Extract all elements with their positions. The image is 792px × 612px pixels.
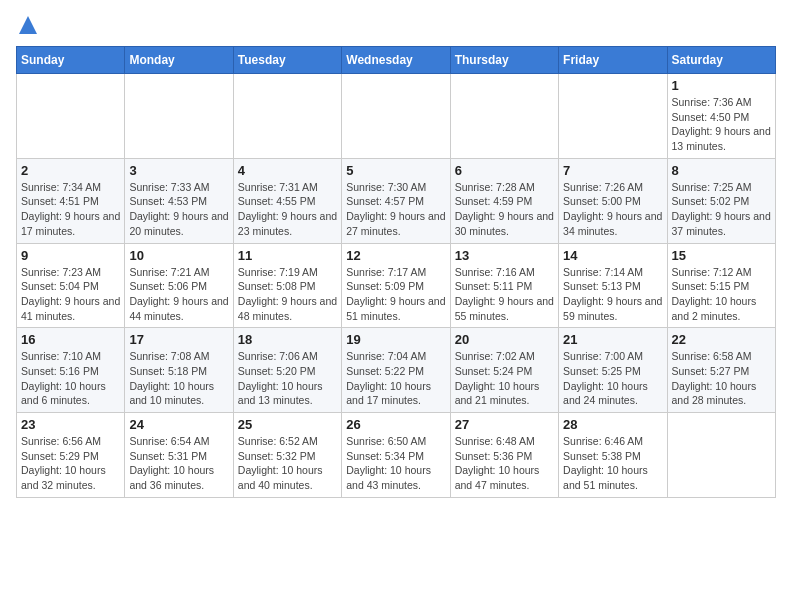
calendar-cell: 21Sunrise: 7:00 AM Sunset: 5:25 PM Dayli… <box>559 328 667 413</box>
day-info: Sunrise: 7:25 AM Sunset: 5:02 PM Dayligh… <box>672 180 771 239</box>
calendar-cell <box>667 413 775 498</box>
calendar-cell: 24Sunrise: 6:54 AM Sunset: 5:31 PM Dayli… <box>125 413 233 498</box>
calendar-cell: 5Sunrise: 7:30 AM Sunset: 4:57 PM Daylig… <box>342 158 450 243</box>
day-info: Sunrise: 7:34 AM Sunset: 4:51 PM Dayligh… <box>21 180 120 239</box>
day-info: Sunrise: 7:00 AM Sunset: 5:25 PM Dayligh… <box>563 349 662 408</box>
day-info: Sunrise: 7:21 AM Sunset: 5:06 PM Dayligh… <box>129 265 228 324</box>
day-number: 16 <box>21 332 120 347</box>
logo <box>16 16 37 34</box>
page-header <box>16 16 776 34</box>
calendar-cell: 26Sunrise: 6:50 AM Sunset: 5:34 PM Dayli… <box>342 413 450 498</box>
calendar-cell: 28Sunrise: 6:46 AM Sunset: 5:38 PM Dayli… <box>559 413 667 498</box>
day-info: Sunrise: 6:56 AM Sunset: 5:29 PM Dayligh… <box>21 434 120 493</box>
day-info: Sunrise: 7:26 AM Sunset: 5:00 PM Dayligh… <box>563 180 662 239</box>
calendar-header-monday: Monday <box>125 47 233 74</box>
calendar-cell: 17Sunrise: 7:08 AM Sunset: 5:18 PM Dayli… <box>125 328 233 413</box>
calendar-body: 1Sunrise: 7:36 AM Sunset: 4:50 PM Daylig… <box>17 74 776 498</box>
day-info: Sunrise: 7:31 AM Sunset: 4:55 PM Dayligh… <box>238 180 337 239</box>
day-info: Sunrise: 6:46 AM Sunset: 5:38 PM Dayligh… <box>563 434 662 493</box>
day-number: 2 <box>21 163 120 178</box>
day-number: 11 <box>238 248 337 263</box>
day-number: 17 <box>129 332 228 347</box>
day-info: Sunrise: 6:50 AM Sunset: 5:34 PM Dayligh… <box>346 434 445 493</box>
calendar-header-tuesday: Tuesday <box>233 47 341 74</box>
calendar-header-row: SundayMondayTuesdayWednesdayThursdayFrid… <box>17 47 776 74</box>
calendar-header-sunday: Sunday <box>17 47 125 74</box>
day-number: 1 <box>672 78 771 93</box>
day-number: 15 <box>672 248 771 263</box>
day-info: Sunrise: 7:17 AM Sunset: 5:09 PM Dayligh… <box>346 265 445 324</box>
day-info: Sunrise: 6:52 AM Sunset: 5:32 PM Dayligh… <box>238 434 337 493</box>
day-number: 4 <box>238 163 337 178</box>
day-number: 21 <box>563 332 662 347</box>
day-number: 26 <box>346 417 445 432</box>
day-number: 19 <box>346 332 445 347</box>
calendar-cell: 7Sunrise: 7:26 AM Sunset: 5:00 PM Daylig… <box>559 158 667 243</box>
calendar-cell: 19Sunrise: 7:04 AM Sunset: 5:22 PM Dayli… <box>342 328 450 413</box>
day-info: Sunrise: 7:10 AM Sunset: 5:16 PM Dayligh… <box>21 349 120 408</box>
day-number: 23 <box>21 417 120 432</box>
day-info: Sunrise: 6:48 AM Sunset: 5:36 PM Dayligh… <box>455 434 554 493</box>
day-number: 8 <box>672 163 771 178</box>
day-info: Sunrise: 7:30 AM Sunset: 4:57 PM Dayligh… <box>346 180 445 239</box>
calendar-cell: 8Sunrise: 7:25 AM Sunset: 5:02 PM Daylig… <box>667 158 775 243</box>
calendar-cell: 10Sunrise: 7:21 AM Sunset: 5:06 PM Dayli… <box>125 243 233 328</box>
day-number: 13 <box>455 248 554 263</box>
day-info: Sunrise: 7:14 AM Sunset: 5:13 PM Dayligh… <box>563 265 662 324</box>
calendar-week-2: 2Sunrise: 7:34 AM Sunset: 4:51 PM Daylig… <box>17 158 776 243</box>
day-number: 27 <box>455 417 554 432</box>
day-info: Sunrise: 7:08 AM Sunset: 5:18 PM Dayligh… <box>129 349 228 408</box>
day-info: Sunrise: 7:28 AM Sunset: 4:59 PM Dayligh… <box>455 180 554 239</box>
calendar-cell: 6Sunrise: 7:28 AM Sunset: 4:59 PM Daylig… <box>450 158 558 243</box>
day-info: Sunrise: 7:23 AM Sunset: 5:04 PM Dayligh… <box>21 265 120 324</box>
calendar-cell: 4Sunrise: 7:31 AM Sunset: 4:55 PM Daylig… <box>233 158 341 243</box>
calendar-cell: 22Sunrise: 6:58 AM Sunset: 5:27 PM Dayli… <box>667 328 775 413</box>
day-info: Sunrise: 7:33 AM Sunset: 4:53 PM Dayligh… <box>129 180 228 239</box>
logo-bird-icon <box>19 16 37 34</box>
calendar-cell: 2Sunrise: 7:34 AM Sunset: 4:51 PM Daylig… <box>17 158 125 243</box>
calendar-cell <box>233 74 341 159</box>
calendar-cell: 11Sunrise: 7:19 AM Sunset: 5:08 PM Dayli… <box>233 243 341 328</box>
calendar-cell: 18Sunrise: 7:06 AM Sunset: 5:20 PM Dayli… <box>233 328 341 413</box>
day-number: 14 <box>563 248 662 263</box>
calendar-header-friday: Friday <box>559 47 667 74</box>
calendar-cell <box>450 74 558 159</box>
calendar-cell: 25Sunrise: 6:52 AM Sunset: 5:32 PM Dayli… <box>233 413 341 498</box>
day-number: 7 <box>563 163 662 178</box>
day-number: 12 <box>346 248 445 263</box>
day-number: 25 <box>238 417 337 432</box>
day-info: Sunrise: 7:02 AM Sunset: 5:24 PM Dayligh… <box>455 349 554 408</box>
calendar-table: SundayMondayTuesdayWednesdayThursdayFrid… <box>16 46 776 498</box>
svg-marker-0 <box>19 16 37 34</box>
calendar-cell: 15Sunrise: 7:12 AM Sunset: 5:15 PM Dayli… <box>667 243 775 328</box>
day-number: 5 <box>346 163 445 178</box>
calendar-header-thursday: Thursday <box>450 47 558 74</box>
calendar-cell: 16Sunrise: 7:10 AM Sunset: 5:16 PM Dayli… <box>17 328 125 413</box>
day-number: 22 <box>672 332 771 347</box>
day-info: Sunrise: 7:36 AM Sunset: 4:50 PM Dayligh… <box>672 95 771 154</box>
calendar-cell: 14Sunrise: 7:14 AM Sunset: 5:13 PM Dayli… <box>559 243 667 328</box>
calendar-header-saturday: Saturday <box>667 47 775 74</box>
calendar-week-3: 9Sunrise: 7:23 AM Sunset: 5:04 PM Daylig… <box>17 243 776 328</box>
calendar-cell: 12Sunrise: 7:17 AM Sunset: 5:09 PM Dayli… <box>342 243 450 328</box>
day-info: Sunrise: 6:54 AM Sunset: 5:31 PM Dayligh… <box>129 434 228 493</box>
calendar-cell: 9Sunrise: 7:23 AM Sunset: 5:04 PM Daylig… <box>17 243 125 328</box>
day-number: 24 <box>129 417 228 432</box>
calendar-week-1: 1Sunrise: 7:36 AM Sunset: 4:50 PM Daylig… <box>17 74 776 159</box>
calendar-cell: 20Sunrise: 7:02 AM Sunset: 5:24 PM Dayli… <box>450 328 558 413</box>
calendar-cell <box>125 74 233 159</box>
day-info: Sunrise: 7:06 AM Sunset: 5:20 PM Dayligh… <box>238 349 337 408</box>
day-info: Sunrise: 7:12 AM Sunset: 5:15 PM Dayligh… <box>672 265 771 324</box>
day-number: 10 <box>129 248 228 263</box>
calendar-cell: 3Sunrise: 7:33 AM Sunset: 4:53 PM Daylig… <box>125 158 233 243</box>
calendar-cell: 1Sunrise: 7:36 AM Sunset: 4:50 PM Daylig… <box>667 74 775 159</box>
day-number: 6 <box>455 163 554 178</box>
day-number: 20 <box>455 332 554 347</box>
day-number: 18 <box>238 332 337 347</box>
calendar-cell <box>559 74 667 159</box>
calendar-week-5: 23Sunrise: 6:56 AM Sunset: 5:29 PM Dayli… <box>17 413 776 498</box>
calendar-cell: 27Sunrise: 6:48 AM Sunset: 5:36 PM Dayli… <box>450 413 558 498</box>
calendar-cell <box>17 74 125 159</box>
day-number: 3 <box>129 163 228 178</box>
day-info: Sunrise: 7:19 AM Sunset: 5:08 PM Dayligh… <box>238 265 337 324</box>
